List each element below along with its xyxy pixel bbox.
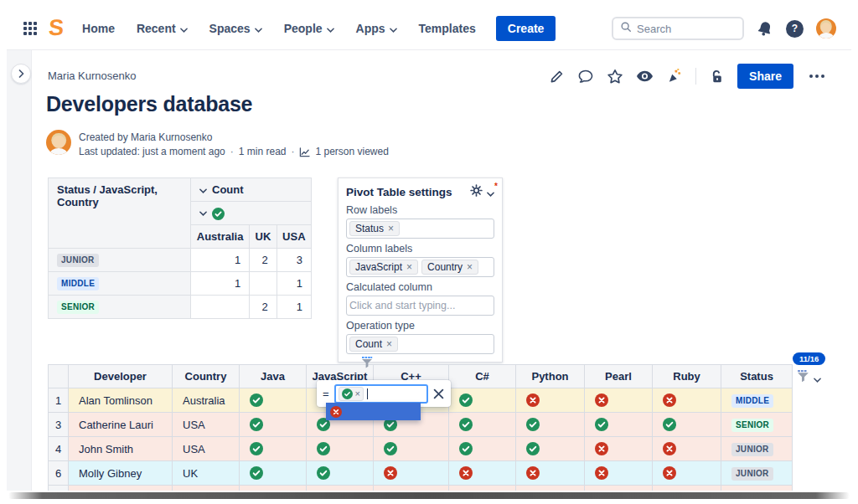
comment-icon[interactable] xyxy=(577,69,594,85)
expand-sidebar-button[interactable] xyxy=(11,64,31,84)
remove-tag-icon[interactable]: × xyxy=(386,338,392,350)
unlock-restrictions-icon[interactable] xyxy=(709,69,725,85)
skill-cell xyxy=(449,437,516,461)
viewed-count[interactable]: 1 person viewed xyxy=(315,145,388,159)
calculated-column-input[interactable] xyxy=(349,300,491,311)
dev-column-header[interactable]: Country xyxy=(173,365,240,388)
row-number: 3 xyxy=(49,413,69,437)
table-filter-funnel-icon xyxy=(796,369,810,387)
cross-icon xyxy=(459,466,473,480)
pivot-value-cell: 1 xyxy=(191,249,250,272)
column-labels-field[interactable]: JavaScript×Country× xyxy=(346,257,494,277)
cross-icon xyxy=(595,442,608,455)
chevron-right-icon xyxy=(18,66,24,81)
nav-item-templates[interactable]: Templates xyxy=(419,22,476,35)
skill-cell xyxy=(449,413,516,437)
search-input[interactable] xyxy=(637,23,729,35)
check-icon xyxy=(663,418,676,431)
check-icon xyxy=(250,442,263,455)
row-labels-label: Row labels xyxy=(346,204,494,216)
column-filter-funnel-icon[interactable] xyxy=(360,356,374,373)
nav-item-people[interactable]: People xyxy=(284,22,334,35)
tag[interactable]: JavaScript× xyxy=(349,260,418,275)
remove-tag-icon[interactable]: × xyxy=(406,261,412,273)
tag[interactable]: Count× xyxy=(349,337,398,352)
dev-column-header[interactable]: Java xyxy=(240,365,307,388)
check-icon xyxy=(459,418,473,431)
pivot-subgroup-header[interactable] xyxy=(191,202,312,225)
developer-cell: Alan Tomlinson xyxy=(69,388,173,413)
dev-column-header[interactable]: Status xyxy=(721,365,793,388)
chevron-down-icon xyxy=(390,22,397,35)
check-icon xyxy=(459,393,473,407)
filter-operator[interactable]: = xyxy=(323,388,329,400)
nav-item-apps[interactable]: Apps xyxy=(356,22,397,35)
check-icon xyxy=(317,442,330,455)
breadcrumb[interactable]: Maria Kurnosenko xyxy=(48,69,137,82)
remove-tag-icon[interactable]: × xyxy=(467,261,473,273)
dev-column-header[interactable]: C# xyxy=(449,365,516,388)
status-badge: SENIOR xyxy=(731,419,773,432)
developer-cell: John Smith xyxy=(69,437,173,461)
byline: Created by Maria Kurnosenko Last updated… xyxy=(46,130,389,159)
filter-dropdown-option[interactable] xyxy=(326,403,421,420)
help-icon[interactable]: ? xyxy=(786,20,804,38)
dev-column-header[interactable]: Ruby xyxy=(653,365,721,388)
nav-menu: Home Recent Spaces People Apps Templates xyxy=(82,22,476,35)
create-button[interactable]: Create xyxy=(496,16,556,41)
search-box[interactable] xyxy=(612,17,744,40)
dev-column-header[interactable]: Python xyxy=(516,365,585,388)
operation-type-label: Operation type xyxy=(346,320,494,332)
dev-column-header[interactable]: Developer xyxy=(69,365,173,388)
filter-selected-tag: × xyxy=(339,387,364,401)
pivot-row: JUNIOR123 xyxy=(49,249,312,272)
edit-pencil-icon[interactable] xyxy=(549,69,565,85)
filter-value-input[interactable]: × xyxy=(334,384,428,404)
pivot-value-cell: 2 xyxy=(250,296,277,319)
window-bottom-shadow xyxy=(8,492,850,499)
app-switcher-icon[interactable] xyxy=(23,22,37,35)
remove-tag-icon[interactable]: × xyxy=(355,388,360,399)
close-filter-icon[interactable] xyxy=(433,388,444,399)
skill-cell xyxy=(653,461,721,486)
chevron-down-icon[interactable]: * xyxy=(487,185,494,200)
nav-item-spaces[interactable]: Spaces xyxy=(209,22,262,35)
pivot-column-header: Australia xyxy=(191,225,250,249)
remove-tag-icon[interactable]: × xyxy=(388,223,394,234)
skill-cell xyxy=(240,388,307,413)
pivot-value-header[interactable]: Count xyxy=(191,178,312,202)
confluence-window: S Home Recent Spaces People Apps Templat… xyxy=(7,7,851,491)
table-filter-control[interactable] xyxy=(796,369,821,387)
calculated-column-field[interactable] xyxy=(346,296,494,316)
user-avatar[interactable] xyxy=(816,18,836,39)
chevron-down-icon[interactable] xyxy=(199,211,207,216)
app-logo[interactable]: S xyxy=(48,17,65,39)
cross-icon xyxy=(330,406,342,418)
dev-column-header[interactable] xyxy=(49,365,69,388)
pivot-value-cell xyxy=(250,272,277,296)
settings-controls[interactable]: * xyxy=(470,184,494,200)
star-favorite-icon[interactable] xyxy=(607,69,623,85)
row-labels-field[interactable]: Status× xyxy=(346,219,494,239)
nav-item-recent[interactable]: Recent xyxy=(137,22,188,35)
check-icon xyxy=(526,418,540,431)
author-avatar[interactable] xyxy=(46,130,71,155)
more-actions-icon[interactable] xyxy=(806,71,828,81)
filtered-rows-badge: 11/16 xyxy=(793,352,825,365)
watch-eye-icon[interactable] xyxy=(636,69,654,84)
tag[interactable]: Status× xyxy=(349,221,400,236)
dev-column-header[interactable]: Pearl xyxy=(585,365,653,388)
notifications-bell-icon[interactable] xyxy=(757,20,773,37)
divider xyxy=(695,68,696,85)
cross-icon xyxy=(663,442,676,455)
skill-cell xyxy=(585,461,653,486)
celebrate-launch-icon[interactable] xyxy=(666,68,683,85)
chevron-down-icon[interactable] xyxy=(199,188,207,193)
tag[interactable]: Country× xyxy=(421,260,478,275)
last-updated: Last updated: just a moment ago xyxy=(79,145,225,159)
gear-icon[interactable] xyxy=(470,184,483,200)
operation-type-field[interactable]: Count× xyxy=(346,334,494,354)
nav-item-home[interactable]: Home xyxy=(82,22,115,35)
share-button[interactable]: Share xyxy=(737,64,793,89)
pivot-value-cell: 2 xyxy=(250,249,277,272)
